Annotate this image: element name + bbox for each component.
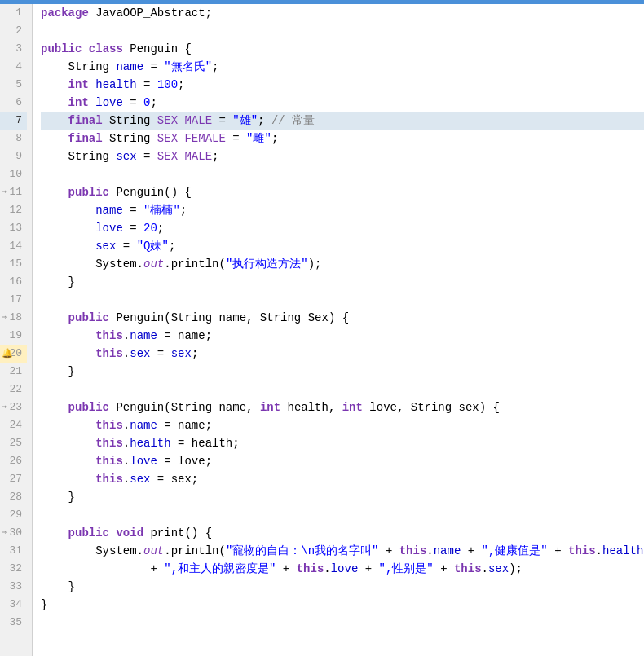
gutter-15: 15 <box>0 255 27 273</box>
line-13: love = 20; <box>41 219 644 237</box>
gutter-17: 17 <box>0 291 27 309</box>
gutter-23: 23 <box>0 398 27 416</box>
kw-this-24: this <box>95 416 123 434</box>
gutter-28: 28 <box>0 488 27 506</box>
kw-int-5: int <box>68 76 89 94</box>
field-health-25: health <box>130 434 170 452</box>
line-16: } <box>41 273 644 291</box>
gutter-6: 6 <box>0 94 27 112</box>
line-12: name = "楠楠"; <box>41 201 644 219</box>
line-18: public Penguin(String name, String Sex) … <box>41 309 644 327</box>
gutter-24: 24 <box>0 416 27 434</box>
str-15: "执行构造方法" <box>226 255 308 273</box>
gutter-35: 35 <box>0 614 27 632</box>
field-health-5: health <box>95 76 136 94</box>
kw-int-23a: int <box>260 398 280 416</box>
line-25: this.health = health; <box>41 434 644 452</box>
line-2 <box>41 22 644 40</box>
line-8: final String SEX_FEMALE = "雌"; <box>41 130 644 147</box>
gutter-14: 14 <box>0 237 27 255</box>
out-15: out <box>143 255 164 273</box>
kw-package: package <box>41 4 89 22</box>
line-6: int love = 0; <box>41 94 644 112</box>
field-name-4: name <box>116 58 143 76</box>
str-31: "寵物的自白：\n我的名字叫" <box>226 542 379 560</box>
gutter-32: 32 <box>0 560 27 578</box>
line-9: String sex = SEX_MALE; <box>41 147 644 165</box>
field-name-24: name <box>130 416 157 434</box>
kw-void-30: void <box>116 524 143 542</box>
field-health-31: health <box>602 542 643 560</box>
line-17 <box>41 291 644 309</box>
line-30: public void print() { <box>41 524 644 542</box>
line-20: this.sex = sex; <box>41 345 644 363</box>
gutter-30: 30 <box>0 524 27 542</box>
line-14: sex = "Q妹"; <box>41 237 644 255</box>
field-name-19: name <box>130 327 157 345</box>
gutter-10: 10 <box>0 165 27 183</box>
field-sex-20: sex <box>130 345 150 363</box>
gutter-8: 8 <box>0 130 27 147</box>
line-29 <box>41 506 644 524</box>
kw-public-3: public <box>41 40 82 58</box>
line-4: String name = "無名氏"; <box>41 58 644 76</box>
kw-this-19: this <box>95 327 123 345</box>
gutter-27: 27 <box>0 470 27 488</box>
str-7: "雄" <box>232 112 258 130</box>
line-5: int health = 100; <box>41 76 644 94</box>
gutter-16: 16 <box>0 273 27 291</box>
line-11: public Penguin() { <box>41 183 644 201</box>
line-1: package JavaOOP_Abstract; <box>41 4 644 22</box>
kw-final-8: final <box>68 130 103 147</box>
ref-sex-20: sex <box>171 345 192 363</box>
kw-this-25: this <box>95 434 123 452</box>
gutter-19: 19 <box>0 327 27 345</box>
num-6: 0 <box>143 94 150 112</box>
line-33: } <box>41 578 644 596</box>
field-love-32: love <box>331 560 359 578</box>
kw-this-32b: this <box>454 560 482 578</box>
kw-final-7: final <box>68 112 103 130</box>
line-22 <box>41 381 644 398</box>
gutter-34: 34 <box>0 596 27 614</box>
str-14: "Q妹" <box>137 237 169 255</box>
field-sex-9: sex <box>116 147 136 165</box>
ref-sexmale-9: SEX_MALE <box>157 147 212 165</box>
field-love-26: love <box>130 452 157 470</box>
gutter-12: 12 <box>0 201 27 219</box>
comment-7: // 常量 <box>271 112 315 130</box>
kw-this-32: this <box>297 560 324 578</box>
kw-this-27: this <box>95 470 123 488</box>
kw-public-23: public <box>68 398 109 416</box>
kw-public-30: public <box>68 524 109 542</box>
gutter-25: 25 <box>0 434 27 452</box>
str-8: "雌" <box>246 130 271 147</box>
line-24: this.name = name; <box>41 416 644 434</box>
field-love-13: love <box>95 219 123 237</box>
kw-public-18: public <box>68 309 109 327</box>
gutter-2: 2 <box>0 22 27 40</box>
gutter-7: 7 <box>0 112 27 130</box>
kw-class-3: class <box>89 40 123 58</box>
code-content: package JavaOOP_Abstract; public class P… <box>33 4 644 656</box>
num-13: 20 <box>143 219 157 237</box>
field-sex-14: sex <box>95 237 116 255</box>
line-35 <box>41 614 644 632</box>
gutter-22: 22 <box>0 381 27 398</box>
gutter-3: 3 <box>0 40 27 58</box>
gutter-21: 21 <box>0 363 27 381</box>
field-name-31: name <box>434 542 461 560</box>
out-31: out <box>143 542 164 560</box>
field-name-12: name <box>95 201 123 219</box>
code-editor: 1 2 3 4 5 6 7 8 9 10 11 12 13 14 15 16 1… <box>0 4 644 656</box>
gutter-9: 9 <box>0 147 27 165</box>
line-26: this.love = love; <box>41 452 644 470</box>
kw-this-26: this <box>95 452 123 470</box>
code-text: JavaOOP_Abstract; <box>89 4 212 22</box>
gutter-29: 29 <box>0 506 27 524</box>
gutter-11: 11 <box>0 183 27 201</box>
field-sex-27: sex <box>130 470 150 488</box>
line-34: } <box>41 596 644 614</box>
line-19: this.name = name; <box>41 327 644 345</box>
str-12: "楠楠" <box>143 201 180 219</box>
